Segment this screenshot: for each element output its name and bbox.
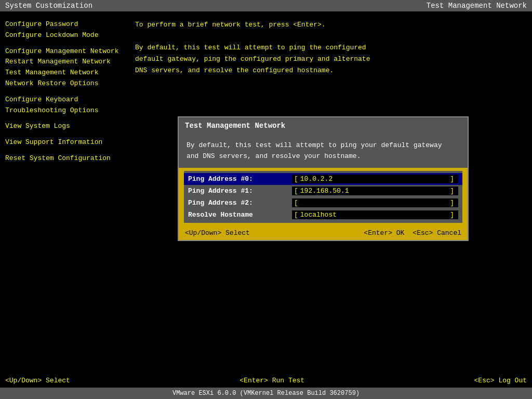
form-row-ping2[interactable]: Ping Address #2: [ ] (184, 197, 462, 209)
form-row-ping0[interactable]: Ping Address #0: [ 10.0.2.2 ] (184, 173, 462, 185)
ping1-value: [ 192.168.50.1 ] (292, 187, 458, 195)
bracket-right-3: ] (450, 211, 456, 219)
modal-footer-left: <Up/Down> Select (185, 229, 250, 237)
bottom-esc-key: <Esc> (474, 377, 495, 384)
ping2-value: [ ] (292, 198, 458, 207)
ping1-text: 192.168.50.1 (300, 187, 349, 195)
hostname-value: [ localhost ] (292, 210, 458, 219)
bottom-enter-key: <Enter> (240, 377, 268, 384)
bracket-right-1: ] (450, 187, 456, 195)
bracket-left-0: [ (294, 175, 298, 183)
form-fields: Ping Address #0: [ 10.0.2.2 ] Ping Addre… (184, 171, 462, 223)
ping0-text: 10.0.2.2 (300, 175, 332, 183)
modal-overlay: Test Management Network By default, this… (0, 0, 532, 399)
bottom-updown-key: <Up/Down> (5, 377, 42, 384)
screen: System Customization Test Management Net… (0, 0, 532, 399)
modal-title: Test Management Network (179, 117, 468, 134)
bottom-updown-action: Select (46, 377, 70, 384)
bottom-right: <Esc> Log Out (474, 377, 527, 384)
bracket-right-2: ] (450, 199, 456, 207)
ping2-label: Ping Address #2: (188, 199, 292, 207)
modal-footer-right: <Enter> OK <Esc> Cancel (364, 229, 461, 237)
bracket-right-0: ] (450, 175, 456, 183)
modal-dialog: Test Management Network By default, this… (178, 116, 469, 242)
updown-action: Select (225, 229, 250, 237)
bottom-esc-action: Log Out (498, 377, 527, 384)
ping0-value: [ 10.0.2.2 ] (292, 175, 458, 183)
bracket-left-3: [ (294, 211, 298, 219)
esc-hint: <Esc> Cancel (413, 229, 461, 237)
bracket-left-1: [ (294, 187, 298, 195)
ping1-label: Ping Address #1: (188, 187, 292, 195)
enter-action: OK (396, 229, 405, 237)
footer: VMware ESXi 6.0.0 (VMKernel Release Buil… (0, 388, 532, 399)
modal-desc-line1: By default, this test will attempt to pi… (187, 140, 460, 151)
hostname-text: localhost (300, 211, 337, 219)
updown-key: <Up/Down> (185, 229, 221, 237)
footer-text: VMware ESXi 6.0.0 (VMKernel Release Buil… (172, 390, 360, 397)
form-container: Ping Address #0: [ 10.0.2.2 ] Ping Addre… (179, 168, 468, 226)
hostname-label: Resolve Hostname (188, 211, 292, 219)
modal-footer: <Up/Down> Select <Enter> OK <Esc> Cancel (179, 226, 468, 240)
esc-action: Cancel (437, 229, 461, 237)
form-row-hostname[interactable]: Resolve Hostname [ localhost ] (184, 209, 462, 221)
form-row-ping1[interactable]: Ping Address #1: [ 192.168.50.1 ] (184, 185, 462, 197)
modal-body: By default, this test will attempt to pi… (179, 134, 468, 168)
bottom-center: <Enter> Run Test (240, 377, 304, 384)
bottom-bar: <Up/Down> Select <Enter> Run Test <Esc> … (0, 375, 532, 387)
enter-key: <Enter> (364, 229, 392, 237)
bracket-left-2: [ (294, 199, 298, 207)
enter-hint: <Enter> OK (364, 229, 404, 237)
ping0-label: Ping Address #0: (188, 175, 292, 183)
bottom-enter-action: Run Test (272, 377, 304, 384)
bottom-left: <Up/Down> Select (5, 377, 70, 384)
modal-desc-line2: and DNS servers, and resolve your hostna… (187, 151, 460, 162)
esc-key: <Esc> (413, 229, 433, 237)
